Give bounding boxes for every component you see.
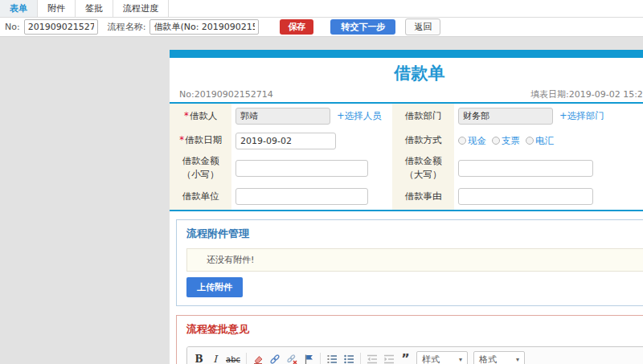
bold-button[interactable]: B <box>194 353 204 364</box>
toolbar-separator <box>360 353 361 364</box>
flag-icon <box>303 354 314 364</box>
anchor-button[interactable] <box>303 353 314 364</box>
tab-progress[interactable]: 流程进度 <box>113 0 169 17</box>
no-label: No: <box>5 22 20 32</box>
method-label: 借款方式 <box>392 129 454 153</box>
next-step-button[interactable]: 转交下一步 <box>330 19 395 35</box>
chevron-down-icon: ▾ <box>459 356 462 363</box>
radio-cash[interactable]: 现金 <box>458 135 486 147</box>
chevron-down-icon: ▾ <box>516 356 519 363</box>
select-person-link[interactable]: +选择人员 <box>337 110 382 122</box>
toolbar-separator <box>246 353 247 364</box>
blockquote-button[interactable]: ” <box>400 353 411 364</box>
process-name-label: 流程名称: <box>108 21 146 33</box>
italic-button[interactable]: I <box>210 353 220 364</box>
bulleted-list-icon <box>343 354 354 364</box>
upload-attachment-button[interactable]: 上传附件 <box>186 277 243 297</box>
doc-meta-row: No:20190902152714 填表日期:2019-09-02 15:27:… <box>170 86 643 104</box>
reason-input[interactable] <box>458 188 593 205</box>
department-input[interactable] <box>458 108 553 125</box>
outdent-button[interactable] <box>367 353 378 364</box>
unlink-icon <box>286 354 297 364</box>
page-title: 借款单 <box>170 58 643 86</box>
indent-icon <box>383 354 395 364</box>
format-dropdown[interactable]: 格式 ▾ <box>473 351 525 364</box>
editor-toolbar: B I abc <box>187 347 643 364</box>
required-mark: * <box>184 110 189 121</box>
radio-icon <box>526 137 534 145</box>
unit-input[interactable] <box>235 188 368 205</box>
amount-small-label: 借款金额（小写） <box>170 153 231 183</box>
tab-form[interactable]: 表单 <box>0 0 38 17</box>
radio-icon <box>492 137 500 145</box>
radio-wire[interactable]: 电汇 <box>526 135 554 147</box>
doc-number: No:20190902152714 <box>179 89 273 100</box>
outdent-icon <box>367 354 378 364</box>
toolbar-separator <box>320 353 321 364</box>
document-panel: 借款单 No:20190902152714 填表日期:2019-09-02 15… <box>170 50 643 364</box>
select-department-link[interactable]: +选择部门 <box>559 110 604 122</box>
command-bar: No: 流程名称: 保存 转交下一步 返回 <box>0 18 643 37</box>
link-button[interactable] <box>269 353 281 364</box>
unit-label: 借款单位 <box>170 183 231 210</box>
tab-attachment[interactable]: 附件 <box>38 0 76 17</box>
attachment-section: 流程附件管理 还没有附件! 上传附件 <box>176 219 643 306</box>
borrow-date-label: *借款日期 <box>170 129 231 153</box>
unlink-button[interactable] <box>286 353 297 364</box>
amount-big-label: 借款金额（大写） <box>392 153 454 183</box>
department-label: 借款部门 <box>392 104 454 129</box>
required-mark: * <box>179 134 184 145</box>
eraser-icon <box>252 354 264 364</box>
process-name-input[interactable] <box>149 19 259 35</box>
strikethrough-button[interactable]: abc <box>226 353 240 364</box>
save-button[interactable]: 保存 <box>280 19 313 35</box>
radio-check[interactable]: 支票 <box>492 135 520 147</box>
numbered-list-button[interactable] <box>326 353 338 364</box>
link-icon <box>269 354 281 364</box>
indent-button[interactable] <box>383 353 395 364</box>
bulleted-list-button[interactable] <box>343 353 354 364</box>
back-button[interactable]: 返回 <box>405 18 440 35</box>
borrower-input[interactable] <box>235 108 330 125</box>
approval-section: 流程签批意见 B I abc <box>176 315 643 364</box>
numbered-list-icon <box>326 354 338 364</box>
attachment-heading: 流程附件管理 <box>186 227 643 241</box>
rich-text-editor: B I abc <box>186 346 643 364</box>
tab-bar: 表单 附件 签批 流程进度 <box>0 0 643 18</box>
accent-bar <box>170 50 643 58</box>
approval-heading: 流程签批意见 <box>186 322 643 337</box>
remove-format-button[interactable] <box>252 353 264 364</box>
borrower-label: *借款人 <box>170 104 231 129</box>
no-attachment-message: 还没有附件! <box>186 248 643 272</box>
borrow-date-input[interactable] <box>235 133 336 149</box>
amount-big-input[interactable] <box>458 160 593 177</box>
styles-dropdown[interactable]: 样式 ▾ <box>416 351 468 364</box>
fill-date: 填表日期:2019-09-02 15:27:1 <box>530 86 643 104</box>
loan-form: *借款人 +选择人员 借款部门 +选择部门 *借款日期 借款方式 现金 <box>170 104 643 211</box>
tab-approval[interactable]: 签批 <box>76 0 113 17</box>
amount-small-input[interactable] <box>235 160 368 177</box>
radio-icon <box>458 137 466 145</box>
no-input[interactable] <box>24 19 98 35</box>
reason-label: 借款事由 <box>392 183 454 210</box>
method-radio-group: 现金 支票 电汇 <box>454 129 643 153</box>
